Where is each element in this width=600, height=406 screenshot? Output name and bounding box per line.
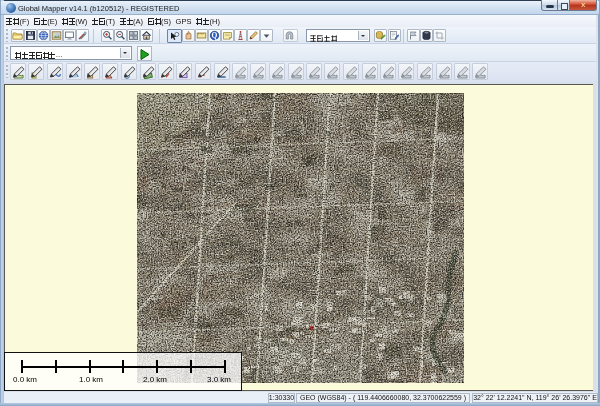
svg-text:Q: Q bbox=[212, 31, 218, 40]
